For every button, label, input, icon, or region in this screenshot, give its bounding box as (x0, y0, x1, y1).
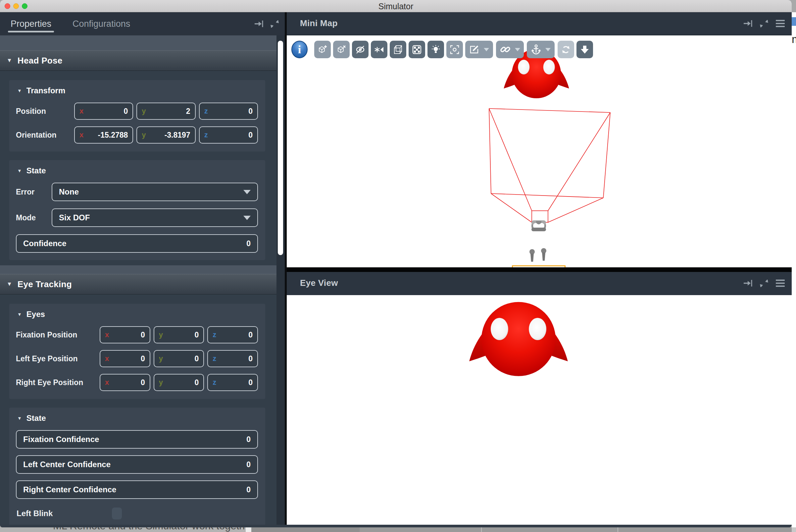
eye-tracking-section-header[interactable]: ▼ Eye Tracking (0, 274, 276, 294)
hide-object-button[interactable] (352, 41, 368, 58)
background-divider (617, 527, 618, 532)
focus-selection-button[interactable] (446, 41, 463, 58)
refresh-button[interactable] (558, 41, 574, 58)
expand-panel-icon[interactable] (758, 18, 770, 29)
eye-state-group-header[interactable]: ▼ State (16, 414, 258, 423)
left-blink-label: Left Blink (17, 509, 112, 518)
expand-panel-icon[interactable] (758, 278, 770, 289)
tab-properties[interactable]: Properties (11, 12, 51, 35)
position-label: Position (16, 107, 74, 116)
link-button[interactable] (496, 41, 524, 58)
scrollbar-thumb[interactable] (278, 41, 283, 255)
right-center-confidence-label: Right Center Confidence (23, 485, 116, 494)
orientation-z-field[interactable]: z 0 (199, 126, 258, 144)
right-eye-z-field[interactable]: z 0 (207, 374, 258, 391)
axis-x-label: x (105, 330, 109, 339)
error-label: Error (16, 188, 52, 196)
position-x-value: 0 (124, 107, 128, 116)
left-blink-checkbox[interactable] (112, 508, 122, 519)
layers-button[interactable] (390, 41, 406, 58)
dock-panel-icon[interactable] (742, 18, 753, 29)
properties-panel: Properties Configurations ▼ Head Pose (0, 12, 285, 525)
anchor-button[interactable] (527, 41, 555, 58)
info-icon: i (298, 43, 301, 56)
panel-spacer (0, 35, 276, 50)
eyes-title: Eyes (26, 310, 45, 319)
caret-down-icon (243, 190, 251, 194)
orientation-x-field[interactable]: x -15.2788 (74, 126, 133, 144)
position-z-value: 0 (248, 107, 253, 116)
left-eye-y-field[interactable]: y 0 (153, 350, 204, 367)
titlebar[interactable]: Simulator (0, 0, 792, 12)
fixation-x-field[interactable]: x 0 (100, 326, 150, 343)
edit-button[interactable] (465, 41, 493, 58)
transform-group: ▼ Transform Position x 0 y (9, 80, 265, 152)
left-eye-position-row: Left Eye Position x 0 y 0 (16, 350, 258, 367)
head-pose-section-body: ▼ Transform Position x 0 y (0, 71, 276, 265)
left-eye-z-field[interactable]: z 0 (207, 350, 258, 367)
scrollbar-track[interactable] (276, 35, 285, 525)
dock-panel-icon[interactable] (253, 18, 264, 30)
link-icon (500, 44, 511, 55)
position-row: Position x 0 y 2 (16, 102, 258, 120)
eye-state-title: State (26, 414, 46, 423)
eyeview-viewport[interactable] (287, 295, 792, 525)
anchor-icon (531, 44, 541, 55)
transform-title: Transform (26, 86, 65, 95)
tab-bar: Properties Configurations (0, 12, 285, 35)
eye-tracking-state-group: ▼ State Fixation Confidence 0 Left Cente… (9, 407, 265, 525)
collapse-triangle-icon: ▼ (17, 312, 22, 317)
right-center-confidence-field[interactable]: Right Center Confidence 0 (16, 480, 258, 499)
eyes-group-header[interactable]: ▼ Eyes (16, 310, 258, 319)
orientation-y-value: -3.8197 (165, 131, 191, 140)
collapse-triangle-icon: ▼ (17, 416, 22, 421)
panel-menu-icon[interactable] (775, 278, 786, 289)
left-center-confidence-label: Left Center Confidence (23, 460, 111, 469)
dock-panel-icon[interactable] (742, 278, 753, 289)
axis-z-label: z (213, 378, 216, 387)
fixation-y-field[interactable]: y 0 (153, 326, 204, 343)
background-window-bottom: ML Remote and the Simulator work togeth (0, 527, 796, 532)
head-pose-section-header[interactable]: ▼ Head Pose (0, 50, 276, 71)
checkerboard-icon (412, 44, 422, 55)
eye-slash-icon (355, 45, 366, 55)
eyes-group: ▼ Eyes Fixation Position x 0 (9, 304, 265, 399)
axis-y-label: y (159, 354, 163, 363)
caret-down-icon (545, 48, 550, 51)
left-eye-x-value: 0 (141, 354, 145, 363)
edit-pencil-icon (469, 44, 480, 55)
left-center-confidence-field[interactable]: Left Center Confidence 0 (16, 455, 258, 474)
checkerboard-button[interactable] (409, 41, 425, 58)
transform-group-header[interactable]: ▼ Transform (16, 86, 258, 95)
state-group-header[interactable]: ▼ State (16, 166, 258, 175)
right-eye-x-field[interactable]: x 0 (100, 374, 150, 391)
orientation-y-field[interactable]: y -3.8197 (137, 126, 195, 144)
error-dropdown[interactable]: None (52, 183, 258, 201)
right-eye-z-value: 0 (248, 378, 253, 387)
expand-panel-icon[interactable] (269, 18, 280, 30)
download-button[interactable] (577, 41, 593, 58)
snap-reset-button[interactable] (371, 41, 387, 58)
tab-configurations[interactable]: Configurations (73, 12, 130, 35)
panel-divider[interactable] (287, 267, 792, 272)
mode-dropdown[interactable]: Six DOF (52, 208, 258, 227)
confidence-field[interactable]: Confidence 0 (16, 234, 258, 253)
position-z-field[interactable]: z 0 (199, 102, 258, 120)
background-divider (481, 527, 482, 532)
eye-tracking-title: Eye Tracking (18, 279, 72, 289)
minimap-viewport[interactable]: i (287, 35, 792, 267)
panel-menu-icon[interactable] (775, 18, 786, 29)
remove-primitive-button[interactable] (333, 41, 350, 58)
left-eye-x-field[interactable]: x 0 (100, 350, 150, 367)
info-button[interactable]: i (291, 41, 308, 58)
lighting-button[interactable] (428, 41, 444, 58)
fixation-z-field[interactable]: z 0 (207, 326, 258, 343)
right-eye-y-field[interactable]: y 0 (153, 374, 204, 391)
right-center-confidence-value: 0 (246, 486, 251, 494)
add-primitive-button[interactable] (314, 41, 331, 58)
lightbulb-icon (431, 44, 441, 55)
minimap-toolbar: i (291, 41, 595, 58)
position-x-field[interactable]: x 0 (74, 102, 133, 120)
fixation-confidence-field[interactable]: Fixation Confidence 0 (16, 430, 258, 449)
position-y-field[interactable]: y 2 (137, 102, 195, 120)
